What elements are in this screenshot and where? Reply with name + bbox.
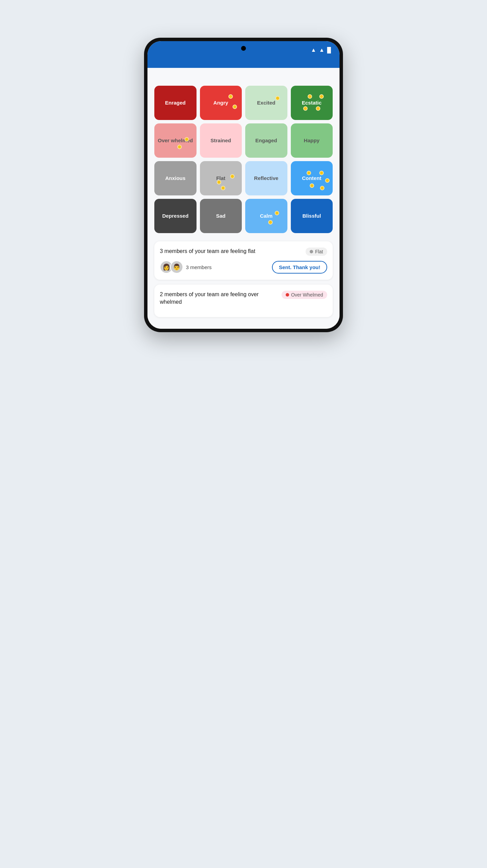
dot-indicator (316, 106, 320, 111)
emotion-card-content[interactable]: Content (291, 161, 333, 195)
emotion-card-overwhelmed[interactable]: Over whelmed (154, 123, 197, 158)
emotion-label-strained: Strained (211, 137, 231, 144)
emotion-label-anxious: Anxious (165, 175, 186, 181)
dot-indicator (319, 94, 324, 99)
status-icons: ▲ ▲ ▉ (311, 47, 331, 53)
emotion-label-content: Content (302, 175, 321, 181)
emotion-card-sad[interactable]: Sad (200, 199, 242, 233)
app-content: EnragedAngryExcitedEcstaticOver whelmedS… (147, 68, 340, 329)
emotion-label-enraged: Enraged (165, 100, 186, 106)
dot-indicator (177, 145, 182, 149)
dot-indicator (320, 186, 324, 190)
emotion-label-angry: Angry (213, 100, 228, 106)
dot-indicator (303, 106, 308, 111)
emotion-card-calm[interactable]: Calm (245, 199, 287, 233)
emotion-card-happy[interactable]: Happy (291, 123, 333, 158)
notifications-container: 3 members of your team are feeling flatF… (154, 241, 333, 317)
dot-indicator (217, 180, 221, 184)
phone-screen: ▲ ▲ ▉ EnragedAngryExcitedEcstaticOver wh… (147, 41, 340, 329)
emotion-label-happy: Happy (304, 137, 320, 144)
phone-mockup: ▲ ▲ ▉ EnragedAngryExcitedEcstaticOver wh… (144, 38, 343, 332)
emotion-card-strained[interactable]: Strained (200, 123, 242, 158)
dot-indicator (275, 211, 279, 215)
dot-indicator (275, 96, 280, 100)
signal-icon: ▲ (319, 47, 324, 53)
emotion-card-ecstatic[interactable]: Ecstatic (291, 86, 333, 120)
dot-indicator (319, 171, 324, 175)
badge-label: Over Whelmed (291, 292, 323, 298)
emotion-label-calm: Calm (260, 213, 273, 219)
notification-card-overwhelmed-notif: 2 members of your team are feeling over … (154, 285, 333, 317)
emotion-card-enraged[interactable]: Enraged (154, 86, 197, 120)
camera-notch (241, 46, 246, 51)
badge-dot (310, 250, 313, 253)
dot-indicator (308, 94, 312, 99)
dot-indicator (268, 220, 273, 225)
emotion-label-ecstatic: Ecstatic (302, 100, 322, 106)
avatar-group: 👩👨3 members (160, 261, 212, 274)
emotion-label-reflective: Reflective (254, 175, 278, 181)
dot-indicator (221, 186, 225, 190)
emotion-label-depressed: Depressed (162, 213, 189, 219)
emotion-label-blissful: Blissful (302, 213, 321, 219)
member-count: 3 members (186, 264, 212, 270)
notification-badge: Flat (306, 248, 327, 256)
emotion-label-excited: Excited (257, 100, 275, 106)
badge-label: Flat (315, 249, 323, 254)
notification-footer: 👩👨3 membersSent. Thank you! (160, 261, 327, 274)
emotion-card-anxious[interactable]: Anxious (154, 161, 197, 195)
dot-indicator (233, 105, 237, 109)
sent-button[interactable]: Sent. Thank you! (272, 261, 327, 274)
emotion-card-angry[interactable]: Angry (200, 86, 242, 120)
notification-card-flat-notif: 3 members of your team are feeling flatF… (154, 241, 333, 280)
emotion-card-flat[interactable]: Flat (200, 161, 242, 195)
emotion-card-engaged[interactable]: Engaged (245, 123, 287, 158)
emotion-card-blissful[interactable]: Blissful (291, 199, 333, 233)
notification-badge: Over Whelmed (282, 291, 327, 299)
dot-indicator (310, 183, 314, 188)
emotion-card-excited[interactable]: Excited (245, 86, 287, 120)
emotion-card-reflective[interactable]: Reflective (245, 161, 287, 195)
dot-indicator (228, 94, 233, 99)
emotion-label-sad: Sad (216, 213, 226, 219)
battery-icon: ▉ (327, 47, 331, 53)
nav-bar (147, 59, 340, 68)
notification-text: 3 members of your team are feeling flat (160, 248, 302, 255)
status-bar: ▲ ▲ ▉ (147, 41, 340, 59)
notification-text: 2 members of your team are feeling over … (160, 291, 278, 306)
dot-indicator (307, 171, 311, 175)
emotion-label-engaged: Engaged (256, 137, 277, 144)
badge-dot (286, 293, 289, 297)
avatar: 👨 (170, 261, 183, 274)
emotion-card-depressed[interactable]: Depressed (154, 199, 197, 233)
dot-indicator (230, 174, 235, 179)
wifi-icon: ▲ (311, 47, 316, 53)
dot-indicator (325, 178, 330, 183)
emotion-grid: EnragedAngryExcitedEcstaticOver whelmedS… (154, 86, 333, 233)
